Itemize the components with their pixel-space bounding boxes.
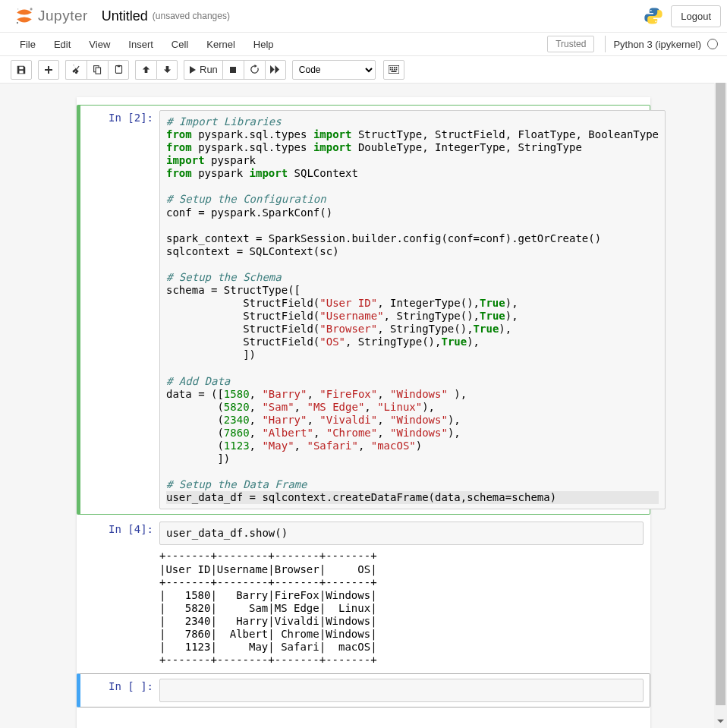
plus-icon [44,65,53,74]
svg-point-0 [30,8,33,10]
save-button[interactable] [11,60,32,80]
svg-rect-14 [395,67,397,68]
notebook-header: Jupyter Untitled (unsaved changes) Logou… [0,0,727,33]
svg-point-2 [17,8,18,9]
svg-rect-11 [390,67,392,68]
play-icon [189,66,197,74]
jupyter-logo-text: Jupyter [38,8,88,24]
menu-file[interactable]: File [11,36,45,53]
scrollbar-down-icon [717,718,724,725]
cell-type-select[interactable]: Code [292,60,376,80]
move-down-button[interactable] [156,60,178,80]
cut-button[interactable] [65,60,87,80]
cell-prompt: In [ ]: [80,679,159,702]
cell-body [159,679,644,702]
logout-button[interactable]: Logout [671,5,721,27]
svg-point-1 [17,22,18,24]
menubar-container: File Edit View Insert Cell Kernel Help T… [0,33,727,56]
code-input[interactable]: # Import Libraries from pyspark.sql.type… [159,110,666,509]
restart-run-all-button[interactable] [265,60,286,80]
svg-point-3 [650,10,652,11]
menubar: File Edit View Insert Cell Kernel Help T… [0,33,727,55]
kernel-status-icon [707,39,718,49]
svg-rect-6 [96,68,101,74]
fast-forward-icon [270,65,280,74]
svg-rect-19 [391,71,396,72]
save-status: (unsaved changes) [153,11,230,21]
svg-rect-16 [392,69,393,71]
svg-rect-8 [117,65,119,67]
cell-output: +-------+--------+-------+-------+ |User… [159,545,644,667]
stop-icon [229,66,237,74]
svg-rect-18 [395,69,397,71]
svg-rect-13 [394,67,395,68]
scrollbar-thumb[interactable] [716,83,725,705]
jupyter-logo-icon [14,5,35,27]
menu-view[interactable]: View [80,36,119,53]
arrow-down-icon [163,65,172,74]
svg-point-4 [656,20,657,22]
cut-icon [71,65,81,74]
restart-button[interactable] [244,60,265,80]
run-label: Run [200,64,218,75]
kernel-indicator[interactable]: Python 3 (ipykernel) [605,36,721,52]
interrupt-button[interactable] [222,60,244,80]
code-cell[interactable]: In [4]:user_data_df.show()+-------+-----… [77,516,650,672]
code-cell[interactable]: In [2]:# Import Libraries from pyspark.s… [77,105,650,515]
menu-kernel[interactable]: Kernel [197,36,244,53]
notebook-title[interactable]: Untitled [102,8,148,24]
svg-rect-12 [392,67,393,68]
menu-insert[interactable]: Insert [119,36,162,53]
run-button[interactable]: Run [184,60,222,80]
cell-body: user_data_df.show()+-------+--------+---… [159,522,644,667]
paste-icon [114,65,124,74]
arrow-up-icon [142,65,150,74]
cell-body: # Import Libraries from pyspark.sql.type… [159,110,666,509]
kernel-name: Python 3 (ipykernel) [613,39,701,50]
notebook-container: In [2]:# Import Libraries from pyspark.s… [77,97,650,728]
copy-button[interactable] [87,60,108,80]
save-icon [16,65,27,75]
svg-rect-17 [394,69,395,71]
restart-icon [250,65,260,74]
jupyter-logo[interactable]: Jupyter [14,5,88,27]
code-cell[interactable]: In [ ]: [77,673,650,708]
copy-icon [93,65,102,74]
python-logo-icon [644,6,663,26]
cell-prompt: In [2]: [80,110,159,509]
toolbar: Run Code [0,56,727,84]
menu-help[interactable]: Help [244,36,283,53]
scrollbar[interactable] [714,83,727,728]
svg-rect-9 [230,67,236,73]
command-palette-button[interactable] [383,60,404,80]
menu-edit[interactable]: Edit [45,36,80,53]
trusted-button[interactable]: Trusted [547,36,594,52]
paste-button[interactable] [108,60,129,80]
code-input[interactable]: user_data_df.show() [159,522,644,545]
notebook-scroll-area[interactable]: In [2]:# Import Libraries from pyspark.s… [0,84,727,728]
cell-prompt: In [4]: [80,522,159,667]
code-input[interactable] [159,679,644,702]
move-up-button[interactable] [135,60,156,80]
menu-cell[interactable]: Cell [162,36,197,53]
keyboard-icon [389,65,399,74]
svg-rect-15 [390,69,392,71]
insert-cell-button[interactable] [38,60,59,80]
